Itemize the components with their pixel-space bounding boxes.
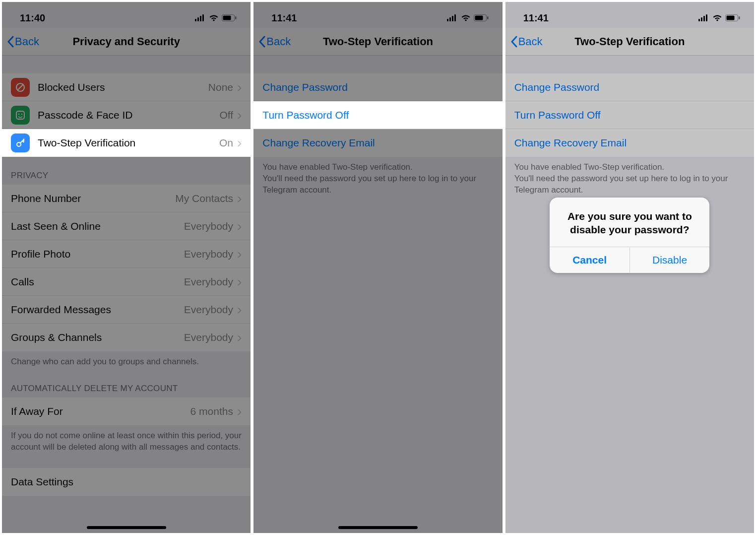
chevron-right-icon: › bbox=[237, 403, 242, 419]
svg-rect-22 bbox=[703, 16, 705, 21]
row-label: Passcode & Face ID bbox=[38, 109, 219, 121]
chevron-left-icon bbox=[7, 36, 14, 48]
battery-icon bbox=[222, 14, 237, 21]
screen-two-step-alert: 11:41 Back Two-Step Verification Change … bbox=[505, 2, 754, 533]
status-right bbox=[447, 14, 489, 21]
privacy-group: Phone Number My Contacts › Last Seen & O… bbox=[2, 185, 251, 351]
key-icon bbox=[11, 134, 30, 152]
svg-rect-2 bbox=[200, 16, 201, 21]
page-title: Two-Step Verification bbox=[253, 35, 502, 48]
two-step-footer: You have enabled Two-Step verification. … bbox=[253, 157, 502, 198]
row-value: Off bbox=[219, 109, 233, 121]
row-if-away-for[interactable]: If Away For 6 months › bbox=[2, 398, 251, 425]
screen-two-step: 11:41 Back Two-Step Verification Change … bbox=[253, 2, 502, 533]
nav-bar: Back Privacy and Security bbox=[2, 28, 251, 56]
svg-rect-0 bbox=[195, 19, 196, 21]
cancel-button[interactable]: Cancel bbox=[550, 247, 630, 273]
row-forwarded-messages[interactable]: Forwarded Messages Everybody › bbox=[2, 296, 251, 324]
row-phone-number[interactable]: Phone Number My Contacts › bbox=[2, 185, 251, 212]
svg-rect-6 bbox=[235, 16, 237, 19]
svg-rect-16 bbox=[454, 14, 456, 21]
svg-rect-20 bbox=[698, 19, 700, 21]
row-change-recovery-email[interactable]: Change Recovery Email bbox=[505, 129, 754, 157]
row-profile-photo[interactable]: Profile Photo Everybody › bbox=[2, 240, 251, 268]
home-indicator[interactable] bbox=[87, 526, 166, 529]
row-turn-password-off[interactable]: Turn Password Off bbox=[505, 101, 754, 129]
wifi-icon bbox=[461, 14, 471, 21]
status-bar: 11:40 bbox=[2, 2, 251, 28]
row-label: Forwarded Messages bbox=[11, 304, 184, 316]
chevron-right-icon: › bbox=[237, 246, 242, 262]
svg-rect-15 bbox=[452, 16, 453, 21]
svg-rect-14 bbox=[449, 17, 451, 21]
svg-rect-13 bbox=[447, 19, 448, 21]
chevron-right-icon: › bbox=[237, 107, 242, 123]
row-calls[interactable]: Calls Everybody › bbox=[2, 268, 251, 296]
row-change-password[interactable]: Change Password bbox=[253, 73, 502, 101]
data-settings-group: Data Settings bbox=[2, 468, 251, 496]
row-two-step-verification[interactable]: Two-Step Verification On › bbox=[2, 129, 251, 157]
svg-rect-9 bbox=[16, 111, 24, 119]
row-value: None bbox=[208, 81, 233, 93]
back-button[interactable]: Back bbox=[7, 35, 39, 48]
row-label: Blocked Users bbox=[38, 81, 208, 93]
row-groups-channels[interactable]: Groups & Channels Everybody › bbox=[2, 324, 251, 351]
row-value: 6 months bbox=[190, 405, 233, 417]
signal-icon bbox=[195, 14, 206, 21]
row-data-settings[interactable]: Data Settings bbox=[2, 468, 251, 496]
back-label: Back bbox=[15, 35, 39, 48]
svg-point-11 bbox=[21, 113, 22, 114]
blocked-icon bbox=[11, 78, 30, 97]
back-label: Back bbox=[518, 35, 543, 48]
chevron-right-icon: › bbox=[237, 302, 242, 318]
status-time: 11:40 bbox=[20, 12, 45, 24]
status-bar: 11:41 bbox=[505, 2, 754, 28]
row-value: Everybody bbox=[184, 248, 233, 260]
screen-privacy-security: 11:40 Back Privacy and Security Blocked … bbox=[2, 2, 251, 533]
row-label: Change Recovery Email bbox=[514, 137, 745, 149]
row-value: Everybody bbox=[184, 220, 233, 232]
back-button[interactable]: Back bbox=[258, 35, 291, 48]
status-time: 11:41 bbox=[523, 12, 549, 24]
wifi-icon bbox=[209, 14, 219, 21]
status-right bbox=[698, 14, 740, 21]
row-change-password[interactable]: Change Password bbox=[505, 73, 754, 101]
row-label: Turn Password Off bbox=[262, 109, 493, 121]
row-value: My Contacts bbox=[175, 193, 233, 204]
row-label: Turn Password Off bbox=[514, 109, 745, 121]
row-turn-password-off[interactable]: Turn Password Off bbox=[253, 101, 502, 129]
svg-point-10 bbox=[18, 113, 19, 114]
delete-footer: If you do not come online at least once … bbox=[2, 425, 251, 455]
row-label: Calls bbox=[11, 276, 184, 288]
svg-rect-26 bbox=[739, 16, 740, 19]
delete-section-header: AUTOMATICALLY DELETE MY ACCOUNT bbox=[2, 370, 251, 398]
alert-buttons: Cancel Disable bbox=[550, 247, 709, 273]
privacy-section-header: PRIVACY bbox=[2, 157, 251, 185]
chevron-right-icon: › bbox=[237, 218, 242, 234]
row-label: Groups & Channels bbox=[11, 332, 184, 343]
two-step-footer: You have enabled Two-Step verification. … bbox=[505, 157, 754, 198]
row-label: If Away For bbox=[11, 405, 190, 417]
chevron-right-icon: › bbox=[237, 79, 242, 95]
disable-password-alert: Are you sure you want to disable your pa… bbox=[550, 198, 709, 273]
nav-bar: Back Two-Step Verification bbox=[505, 28, 754, 56]
svg-rect-1 bbox=[197, 17, 199, 21]
back-button[interactable]: Back bbox=[510, 35, 543, 48]
row-label: Phone Number bbox=[11, 193, 175, 204]
home-indicator[interactable] bbox=[338, 526, 418, 529]
row-change-recovery-email[interactable]: Change Recovery Email bbox=[253, 129, 502, 157]
row-last-seen[interactable]: Last Seen & Online Everybody › bbox=[2, 212, 251, 240]
row-blocked-users[interactable]: Blocked Users None › bbox=[2, 73, 251, 101]
signal-icon bbox=[447, 14, 458, 21]
row-passcode-faceid[interactable]: Passcode & Face ID Off › bbox=[2, 101, 251, 129]
row-value: Everybody bbox=[184, 304, 233, 316]
svg-line-8 bbox=[18, 84, 23, 90]
signal-icon bbox=[698, 14, 709, 21]
status-right bbox=[195, 14, 237, 21]
disable-button[interactable]: Disable bbox=[630, 247, 710, 273]
chevron-right-icon: › bbox=[237, 135, 242, 151]
status-bar: 11:41 bbox=[253, 2, 502, 28]
delete-group: If Away For 6 months › bbox=[2, 398, 251, 425]
svg-rect-18 bbox=[475, 16, 483, 20]
two-step-group: Change Password Turn Password Off Change… bbox=[253, 73, 502, 157]
